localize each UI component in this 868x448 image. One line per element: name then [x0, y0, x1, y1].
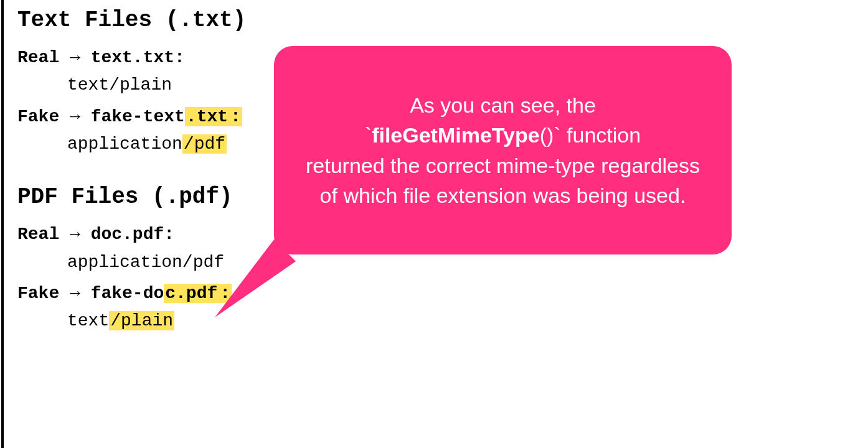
filename-ext: .txt: [133, 48, 174, 67]
callout-line3: returned the correct mime-type regardles…: [306, 154, 700, 207]
mime-hl: /plain: [109, 311, 174, 330]
fake-pdf-mime: text/plain: [67, 310, 640, 332]
fake-pdf-label: Fake → fake-doc.pdf:: [17, 282, 640, 305]
filename-ext-hl: .txt: [185, 107, 229, 126]
callout-code-paren: (): [540, 123, 554, 147]
heading-text-files: Text Files (.txt): [17, 6, 640, 35]
mime-base: text/plain: [67, 75, 172, 95]
label-prefix: Fake →: [17, 107, 91, 126]
callout-tick-close: `: [554, 123, 560, 147]
label-prefix: Real →: [17, 225, 91, 244]
filename-base: fake-text: [91, 107, 185, 126]
colon: :: [164, 225, 174, 244]
filename-ext-hl: c.pdf: [164, 284, 219, 303]
mime-base: application: [67, 134, 182, 154]
mime-hl: /pdf: [182, 134, 227, 154]
mime-base: text: [67, 311, 109, 330]
filename-base: text: [91, 48, 133, 67]
label-prefix: Real →: [17, 48, 91, 67]
callout-code-bold: fileGetMimeType: [372, 123, 540, 147]
colon-hl: :: [229, 107, 242, 126]
callout-line2: function: [561, 123, 641, 147]
filename-base: doc.pdf: [91, 225, 164, 244]
mime-base: application/pdf: [67, 253, 224, 272]
callout-text: As you can see, the `fileGetMimeType()` …: [299, 90, 707, 210]
callout-tick-open: `: [365, 123, 372, 147]
filename-base: fake-do: [91, 284, 164, 303]
left-bar: [1, 0, 4, 448]
colon: :: [174, 48, 185, 67]
callout-line1: As you can see, the: [410, 93, 596, 117]
label-prefix: Fake →: [17, 284, 91, 303]
callout-bubble: As you can see, the `fileGetMimeType()` …: [274, 46, 732, 254]
svg-marker-0: [215, 240, 296, 317]
real-pdf-mime: application/pdf: [67, 251, 640, 274]
